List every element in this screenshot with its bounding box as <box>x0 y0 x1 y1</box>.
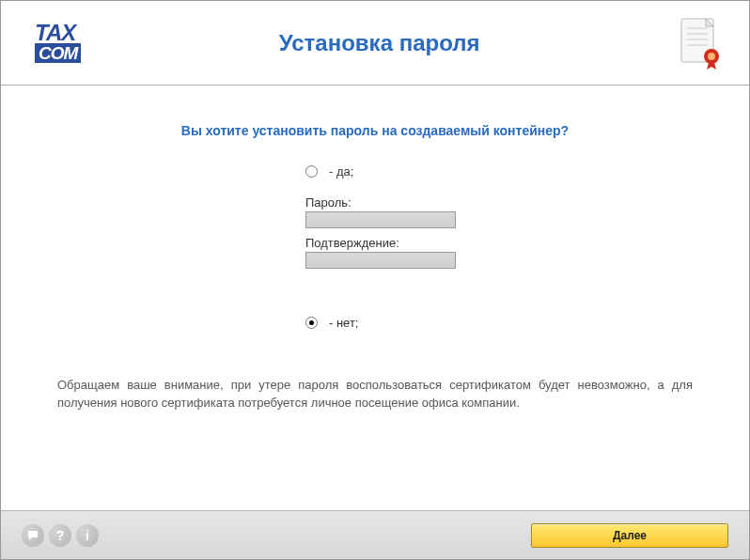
confirm-input[interactable] <box>305 252 456 269</box>
chat-icon[interactable] <box>22 524 44 547</box>
password-fields: Пароль: Подтверждение: <box>305 195 693 276</box>
certificate-icon <box>678 17 721 70</box>
svg-point-6 <box>708 53 715 60</box>
footer: ? i Далее <box>1 510 749 559</box>
body: Вы хотите установить пароль на создаваем… <box>1 86 749 510</box>
logo: TAX COM <box>35 23 81 64</box>
option-yes-label: - да; <box>329 164 353 179</box>
help-icon[interactable]: ? <box>49 524 71 547</box>
radio-dot-icon <box>309 320 314 325</box>
option-yes[interactable]: - да; <box>305 164 693 179</box>
app-window: TAX COM Установка пароля Вы хотите устан… <box>0 0 750 560</box>
logo-com: COM <box>35 43 81 63</box>
warning-text: Обращаем ваше внимание, при утере пароля… <box>57 377 693 412</box>
question-text: Вы хотите установить пароль на создаваем… <box>57 123 693 138</box>
radio-yes[interactable] <box>305 165 318 178</box>
footer-icons: ? i <box>22 524 99 547</box>
password-label: Пароль: <box>305 195 693 210</box>
option-no[interactable]: - нет; <box>305 316 693 330</box>
next-button[interactable]: Далее <box>531 523 728 548</box>
option-no-label: - нет; <box>329 316 358 330</box>
confirm-label: Подтверждение: <box>305 236 693 250</box>
info-icon[interactable]: i <box>76 524 99 547</box>
password-input[interactable] <box>305 211 456 228</box>
logo-tax: TAX <box>35 23 81 43</box>
page-title: Установка пароля <box>81 30 678 56</box>
radio-no[interactable] <box>305 317 318 329</box>
header: TAX COM Установка пароля <box>1 1 749 86</box>
